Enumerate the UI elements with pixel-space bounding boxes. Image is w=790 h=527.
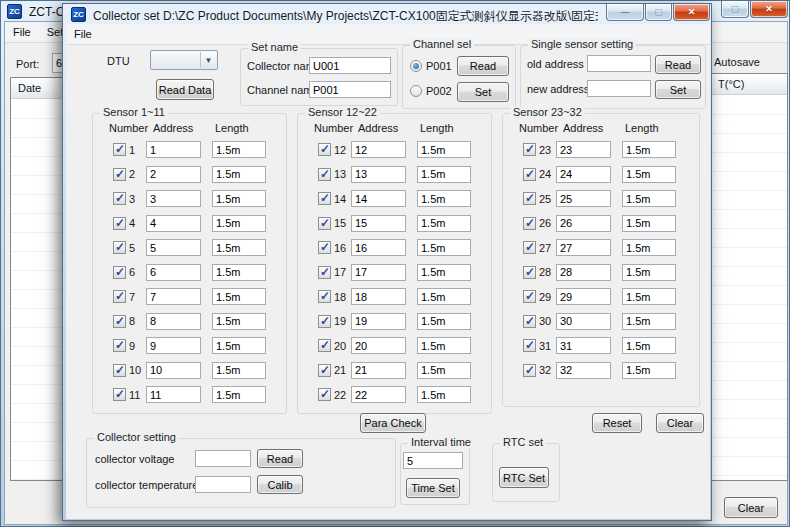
channel-p002-radio[interactable]	[410, 85, 422, 97]
main-menu-file[interactable]: File	[5, 23, 39, 41]
sensor-address-input[interactable]	[556, 215, 611, 232]
sensor-address-input[interactable]	[146, 215, 201, 232]
date-table-body[interactable]	[11, 100, 63, 480]
rtc-set-button[interactable]: RTC Set	[499, 467, 549, 488]
sensor-enabled-checkbox[interactable]	[523, 266, 536, 279]
sensor-address-input[interactable]	[146, 190, 201, 207]
sensor-address-input[interactable]	[556, 166, 611, 183]
sensor-enabled-checkbox[interactable]	[318, 168, 331, 181]
sensor-length-input[interactable]	[212, 239, 266, 256]
sensor-address-input[interactable]	[351, 190, 406, 207]
main-clear-button[interactable]: Clear	[724, 497, 778, 518]
sensor-enabled-checkbox[interactable]	[318, 315, 331, 328]
interval-time-input[interactable]	[403, 452, 463, 469]
sensor-enabled-checkbox[interactable]	[113, 192, 126, 205]
sensor-enabled-checkbox[interactable]	[113, 315, 126, 328]
sensor-enabled-checkbox[interactable]	[318, 241, 331, 254]
sensor-address-input[interactable]	[146, 166, 201, 183]
read-data-button[interactable]: Read Data	[156, 79, 214, 100]
sensor-address-input[interactable]	[146, 141, 201, 158]
sensor-length-input[interactable]	[622, 190, 676, 207]
dialog-minimize-button[interactable]: —	[606, 4, 644, 21]
reset-button[interactable]: Reset	[592, 413, 642, 433]
sensor-address-input[interactable]	[146, 313, 201, 330]
sensor-length-input[interactable]	[622, 239, 676, 256]
channel-set-button[interactable]: Set	[457, 82, 509, 102]
time-set-button[interactable]: Time Set	[406, 478, 460, 498]
sensor-length-input[interactable]	[622, 337, 676, 354]
sensor-address-input[interactable]	[351, 337, 406, 354]
main-maximize-button[interactable]: ▢	[721, 1, 749, 18]
sensor-address-input[interactable]	[146, 239, 201, 256]
sensor-enabled-checkbox[interactable]	[113, 168, 126, 181]
sensor-enabled-checkbox[interactable]	[113, 241, 126, 254]
sensor-enabled-checkbox[interactable]	[318, 388, 331, 401]
sensor-length-input[interactable]	[417, 166, 471, 183]
collector-name-input[interactable]	[309, 57, 391, 74]
sensor-length-input[interactable]	[212, 264, 266, 281]
dialog-menu-file[interactable]: File	[66, 25, 100, 43]
sensor-address-input[interactable]	[556, 288, 611, 305]
sensor-enabled-checkbox[interactable]	[318, 339, 331, 352]
sensor-length-input[interactable]	[622, 141, 676, 158]
collector-voltage-input[interactable]	[195, 450, 251, 467]
sensor-address-input[interactable]	[146, 337, 201, 354]
data-table-left[interactable]: Date	[10, 77, 64, 481]
sensor-length-input[interactable]	[417, 264, 471, 281]
sensor-enabled-checkbox[interactable]	[523, 168, 536, 181]
sensor-address-input[interactable]	[351, 215, 406, 232]
sensor-address-input[interactable]	[351, 288, 406, 305]
channel-read-button[interactable]: Read	[457, 56, 509, 76]
sensor-length-input[interactable]	[417, 386, 471, 403]
sensor-address-input[interactable]	[146, 386, 201, 403]
sensor-address-input[interactable]	[556, 337, 611, 354]
sensor-enabled-checkbox[interactable]	[318, 217, 331, 230]
sensor-length-input[interactable]	[417, 215, 471, 232]
sensor-address-input[interactable]	[351, 239, 406, 256]
calib-button[interactable]: Calib	[257, 475, 303, 494]
sensor-length-input[interactable]	[212, 386, 266, 403]
sensor-enabled-checkbox[interactable]	[318, 364, 331, 377]
old-address-input[interactable]	[587, 55, 651, 72]
sensor-enabled-checkbox[interactable]	[523, 143, 536, 156]
single-sensor-read-button[interactable]: Read	[655, 55, 701, 74]
sensor-address-input[interactable]	[556, 141, 611, 158]
sensor-enabled-checkbox[interactable]	[113, 266, 126, 279]
sensor-enabled-checkbox[interactable]	[113, 388, 126, 401]
sensor-address-input[interactable]	[556, 313, 611, 330]
sensor-enabled-checkbox[interactable]	[318, 290, 331, 303]
sensor-length-input[interactable]	[622, 215, 676, 232]
sensor-address-input[interactable]	[146, 264, 201, 281]
sensor-address-input[interactable]	[556, 239, 611, 256]
sensor-length-input[interactable]	[417, 288, 471, 305]
sensor-length-input[interactable]	[212, 166, 266, 183]
dialog-clear-button[interactable]: Clear	[656, 413, 704, 433]
sensor-enabled-checkbox[interactable]	[318, 143, 331, 156]
dialog-close-button[interactable]: ✕	[673, 4, 710, 21]
channel-p001-radio[interactable]	[410, 60, 422, 72]
sensor-length-input[interactable]	[417, 362, 471, 379]
sensor-enabled-checkbox[interactable]	[523, 217, 536, 230]
sensor-length-input[interactable]	[212, 215, 266, 232]
sensor-address-input[interactable]	[556, 362, 611, 379]
sensor-enabled-checkbox[interactable]	[113, 290, 126, 303]
sensor-address-input[interactable]	[556, 190, 611, 207]
sensor-length-input[interactable]	[417, 337, 471, 354]
new-address-input[interactable]	[587, 80, 651, 97]
para-check-button[interactable]: Para Check	[360, 413, 426, 433]
sensor-length-input[interactable]	[622, 166, 676, 183]
dialog-maximize-button[interactable]: ▢	[645, 4, 672, 21]
dtu-combobox[interactable]: ▼	[150, 50, 218, 70]
sensor-length-input[interactable]	[622, 264, 676, 281]
sensor-enabled-checkbox[interactable]	[318, 266, 331, 279]
sensor-enabled-checkbox[interactable]	[523, 290, 536, 303]
temperature-table-body[interactable]	[703, 96, 787, 480]
sensor-enabled-checkbox[interactable]	[113, 143, 126, 156]
sensor-length-input[interactable]	[622, 362, 676, 379]
sensor-enabled-checkbox[interactable]	[523, 192, 536, 205]
sensor-length-input[interactable]	[212, 313, 266, 330]
sensor-enabled-checkbox[interactable]	[113, 217, 126, 230]
single-sensor-set-button[interactable]: Set	[655, 80, 701, 99]
sensor-enabled-checkbox[interactable]	[523, 339, 536, 352]
sensor-length-input[interactable]	[212, 190, 266, 207]
